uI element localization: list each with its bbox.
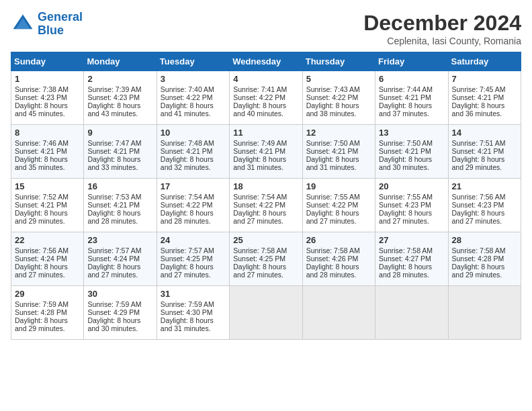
cell-info-line: Sunset: 4:28 PM (452, 255, 517, 263)
calendar-cell: 13Sunrise: 7:50 AMSunset: 4:21 PMDayligh… (375, 125, 448, 179)
calendar-cell (448, 286, 521, 340)
cell-info-line: Daylight: 8 hours (379, 209, 444, 217)
cell-info-line: Daylight: 8 hours (233, 209, 298, 217)
calendar-cell: 17Sunrise: 7:54 AMSunset: 4:22 PMDayligh… (157, 179, 229, 232)
cell-info-line: Sunrise: 7:38 AM (15, 85, 80, 93)
cell-info-line: and 30 minutes. (87, 324, 152, 332)
cell-info-line: Daylight: 8 hours (306, 101, 371, 109)
cell-info-line: Sunrise: 7:59 AM (161, 300, 226, 308)
weekday-header-tuesday: Tuesday (157, 52, 229, 71)
cell-info-line: and 37 minutes. (379, 109, 444, 118)
cell-info-line: and 28 minutes. (379, 271, 444, 279)
day-number: 22 (15, 235, 80, 245)
cell-info-line: and 28 minutes. (161, 217, 226, 225)
cell-info-line: Sunset: 4:21 PM (306, 147, 371, 155)
cell-info-line: and 31 minutes. (306, 163, 371, 171)
logo-line2: Blue (38, 24, 64, 37)
cell-info-line: Sunset: 4:21 PM (87, 201, 152, 209)
cell-info-line: Daylight: 8 hours (161, 209, 226, 217)
cell-info-line: Sunrise: 7:58 AM (452, 246, 517, 255)
day-number: 15 (15, 181, 80, 191)
cell-info-line: Sunrise: 7:58 AM (379, 246, 444, 255)
cell-info-line: Sunrise: 7:58 AM (233, 246, 298, 255)
day-number: 30 (87, 289, 152, 299)
cell-info-line: and 32 minutes. (161, 163, 226, 171)
calendar-cell: 26Sunrise: 7:58 AMSunset: 4:26 PMDayligh… (302, 232, 375, 286)
calendar-cell: 19Sunrise: 7:55 AMSunset: 4:22 PMDayligh… (302, 179, 375, 232)
cell-info-line: Daylight: 8 hours (379, 263, 444, 271)
cell-info-line: Sunrise: 7:57 AM (161, 246, 226, 255)
cell-info-line: and 43 minutes. (87, 109, 152, 118)
calendar-cell: 5Sunrise: 7:43 AMSunset: 4:22 PMDaylight… (302, 71, 375, 125)
page-header: General Blue December 2024 Ceplenita, Ia… (11, 11, 521, 46)
cell-info-line: Sunrise: 7:50 AM (379, 139, 444, 147)
weekday-header-friday: Friday (375, 52, 448, 71)
cell-info-line: Sunrise: 7:50 AM (306, 139, 371, 147)
day-number: 4 (233, 74, 298, 84)
calendar-cell: 23Sunrise: 7:57 AMSunset: 4:24 PMDayligh… (84, 232, 157, 286)
calendar-cell (375, 286, 448, 340)
day-number: 18 (233, 181, 298, 191)
cell-info-line: and 28 minutes. (87, 217, 152, 225)
cell-info-line: Daylight: 8 hours (15, 316, 80, 324)
calendar-cell: 7Sunrise: 7:45 AMSunset: 4:21 PMDaylight… (448, 71, 521, 125)
calendar-cell (302, 286, 375, 340)
cell-info-line: Daylight: 8 hours (379, 155, 444, 163)
cell-info-line: Sunset: 4:22 PM (161, 93, 226, 101)
cell-info-line: Daylight: 8 hours (161, 101, 226, 109)
cell-info-line: Sunrise: 7:53 AM (87, 193, 152, 201)
calendar-table: SundayMondayTuesdayWednesdayThursdayFrid… (11, 52, 521, 340)
cell-info-line: Daylight: 8 hours (15, 101, 80, 109)
weekday-header-sunday: Sunday (11, 52, 84, 71)
cell-info-line: Sunrise: 7:52 AM (15, 193, 80, 201)
day-number: 10 (161, 128, 226, 138)
cell-info-line: and 38 minutes. (306, 109, 371, 118)
day-number: 12 (306, 128, 371, 138)
location-subtitle: Ceplenita, Iasi County, Romania (363, 36, 521, 46)
cell-info-line: Sunrise: 7:48 AM (161, 139, 226, 147)
cell-info-line: Sunset: 4:23 PM (379, 201, 444, 209)
cell-info-line: Daylight: 8 hours (452, 209, 517, 217)
cell-info-line: Sunset: 4:21 PM (233, 147, 298, 155)
cell-info-line: Sunset: 4:27 PM (379, 255, 444, 263)
day-number: 3 (161, 74, 226, 84)
cell-info-line: Daylight: 8 hours (161, 316, 226, 324)
title-block: December 2024 Ceplenita, Iasi County, Ro… (363, 11, 521, 46)
cell-info-line: and 40 minutes. (233, 109, 298, 118)
cell-info-line: Sunset: 4:25 PM (233, 255, 298, 263)
cell-info-line: Sunset: 4:21 PM (379, 147, 444, 155)
day-number: 31 (161, 289, 226, 299)
cell-info-line: Sunrise: 7:56 AM (452, 193, 517, 201)
cell-info-line: Daylight: 8 hours (15, 209, 80, 217)
calendar-cell: 24Sunrise: 7:57 AMSunset: 4:25 PMDayligh… (157, 232, 229, 286)
cell-info-line: Daylight: 8 hours (87, 101, 152, 109)
cell-info-line: and 31 minutes. (161, 324, 226, 332)
cell-info-line: and 27 minutes. (87, 271, 152, 279)
calendar-cell: 8Sunrise: 7:46 AMSunset: 4:21 PMDaylight… (11, 125, 84, 179)
cell-info-line: Sunset: 4:30 PM (161, 308, 226, 316)
cell-info-line: Sunset: 4:21 PM (15, 147, 80, 155)
calendar-cell: 9Sunrise: 7:47 AMSunset: 4:21 PMDaylight… (84, 125, 157, 179)
cell-info-line: Sunrise: 7:55 AM (306, 193, 371, 201)
cell-info-line: Sunset: 4:21 PM (452, 93, 517, 101)
cell-info-line: Sunrise: 7:40 AM (161, 85, 226, 93)
calendar-cell (230, 286, 302, 340)
day-number: 23 (87, 235, 152, 245)
cell-info-line: and 27 minutes. (379, 217, 444, 225)
weekday-header-saturday: Saturday (448, 52, 521, 71)
calendar-cell: 22Sunrise: 7:56 AMSunset: 4:24 PMDayligh… (11, 232, 84, 286)
cell-info-line: and 45 minutes. (15, 109, 80, 118)
day-number: 17 (161, 181, 226, 191)
cell-info-line: and 27 minutes. (161, 271, 226, 279)
calendar-cell: 11Sunrise: 7:49 AMSunset: 4:21 PMDayligh… (230, 125, 302, 179)
calendar-cell: 15Sunrise: 7:52 AMSunset: 4:21 PMDayligh… (11, 179, 84, 232)
weekday-header-thursday: Thursday (302, 52, 375, 71)
cell-info-line: Sunset: 4:21 PM (379, 93, 444, 101)
calendar-cell: 25Sunrise: 7:58 AMSunset: 4:25 PMDayligh… (230, 232, 302, 286)
cell-info-line: Daylight: 8 hours (15, 263, 80, 271)
cell-info-line: Daylight: 8 hours (452, 263, 517, 271)
cell-info-line: and 27 minutes. (15, 271, 80, 279)
day-number: 25 (233, 235, 298, 245)
calendar-cell: 6Sunrise: 7:44 AMSunset: 4:21 PMDaylight… (375, 71, 448, 125)
logo: General Blue (11, 11, 83, 38)
